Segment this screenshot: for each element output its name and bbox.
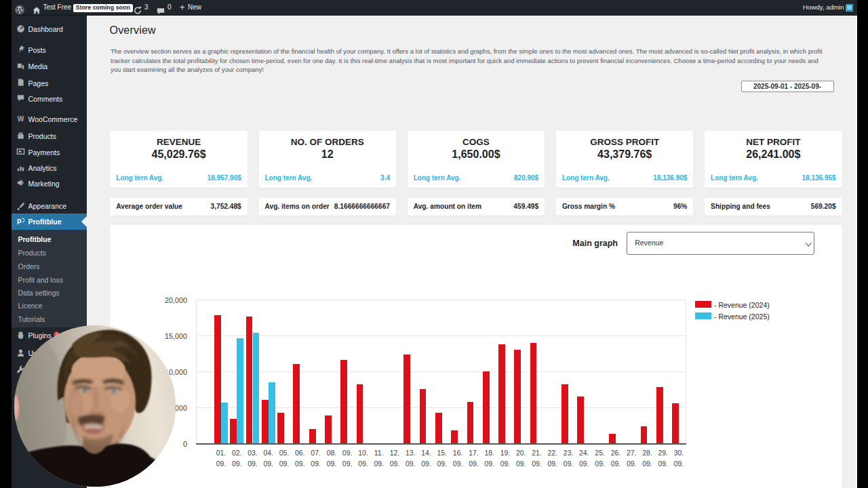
svg-text:W: W: [17, 115, 24, 123]
svg-text:p: p: [16, 217, 20, 224]
